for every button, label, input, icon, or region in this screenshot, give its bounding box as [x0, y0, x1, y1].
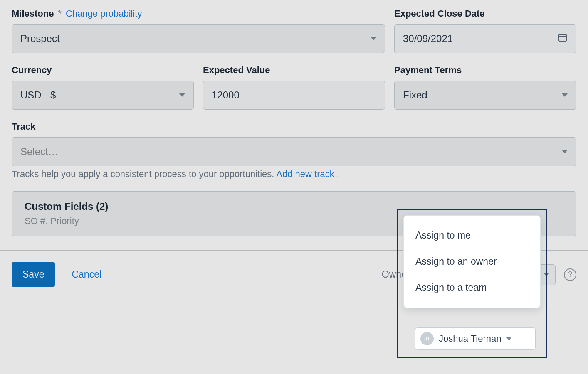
close-date-value: 30/09/2021	[403, 33, 558, 44]
owner-pill-popup[interactable]: JT Joshua Tiernan	[415, 327, 536, 350]
required-mark: *	[58, 8, 62, 19]
chevron-down-icon	[562, 150, 568, 153]
track-placeholder: Select…	[20, 146, 562, 157]
payment-terms-select[interactable]: Fixed	[394, 81, 576, 110]
help-icon[interactable]: ?	[564, 268, 576, 281]
owner-name: Joshua Tiernan	[439, 333, 501, 344]
close-date-input[interactable]: 30/09/2021	[394, 24, 576, 53]
track-label: Track	[12, 121, 36, 132]
chevron-down-icon	[179, 94, 185, 97]
expected-value-input[interactable]: 12000	[203, 81, 385, 110]
add-new-track-link[interactable]: Add new track	[276, 169, 334, 179]
expected-value-label: Expected Value	[203, 65, 270, 76]
track-helper-text: Tracks help you apply a consistent proce…	[12, 169, 276, 179]
avatar: JT	[420, 332, 434, 345]
cancel-button[interactable]: Cancel	[72, 269, 101, 280]
highlight-frame: Assign to me Assign to an owner Assign t…	[397, 209, 547, 358]
payment-terms-label: Payment Terms	[394, 65, 462, 76]
milestone-select[interactable]: Prospect	[12, 24, 385, 53]
chevron-down-icon	[544, 273, 549, 276]
track-helper: Tracks help you apply a consistent proce…	[12, 169, 576, 180]
svg-rect-0	[559, 34, 566, 41]
track-select[interactable]: Select…	[12, 137, 576, 166]
currency-label: Currency	[12, 65, 52, 76]
chevron-down-icon	[506, 337, 512, 340]
close-date-label: Expected Close Date	[394, 8, 485, 19]
change-probability-link[interactable]: Change probability	[66, 8, 142, 19]
track-field: Track Select…	[12, 121, 576, 166]
assign-to-team-item[interactable]: Assign to a team	[404, 275, 540, 301]
payment-terms-value: Fixed	[403, 89, 562, 101]
expected-value-value: 12000	[212, 89, 376, 101]
save-button[interactable]: Save	[12, 262, 55, 287]
custom-fields-title: Custom Fields (2)	[25, 201, 563, 212]
currency-value: USD - $	[20, 89, 179, 101]
chevron-down-icon	[562, 94, 568, 97]
currency-field: Currency USD - $	[12, 65, 194, 110]
expected-value-field: Expected Value 12000	[203, 65, 385, 110]
milestone-label: Milestone	[12, 8, 54, 19]
chevron-down-icon	[371, 37, 376, 40]
calendar-icon	[558, 32, 568, 45]
assign-to-owner-item[interactable]: Assign to an owner	[404, 249, 540, 275]
assign-menu: Assign to me Assign to an owner Assign t…	[403, 215, 541, 308]
milestone-value: Prospect	[20, 33, 371, 44]
currency-select[interactable]: USD - $	[12, 81, 194, 110]
payment-terms-field: Payment Terms Fixed	[394, 65, 576, 110]
track-helper-suffix: .	[334, 169, 339, 179]
milestone-field: Milestone * Change probability Prospect	[12, 8, 385, 53]
close-date-field: Expected Close Date 30/09/2021	[394, 8, 576, 53]
assign-to-me-item[interactable]: Assign to me	[404, 222, 540, 249]
